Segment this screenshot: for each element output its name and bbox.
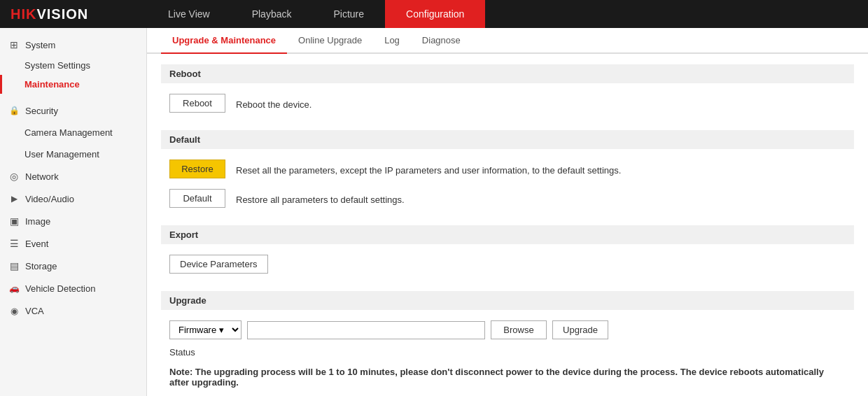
security-icon	[8, 105, 20, 116]
nav-playback[interactable]: Playback	[231, 0, 313, 28]
sidebar-item-vca[interactable]: VCA	[0, 299, 146, 322]
restore-body: Restore Reset all the parameters, except…	[161, 156, 854, 185]
vca-icon	[8, 305, 20, 316]
default-section: Default Restore Reset all the parameters…	[161, 130, 854, 215]
network-icon	[8, 171, 20, 182]
sidebar-item-event[interactable]: Event	[0, 232, 146, 255]
restore-description: Reset all the parameters, except the IP …	[236, 160, 621, 178]
reboot-description: Reboot the device.	[236, 94, 312, 112]
sidebar-user-mgmt-label: User Management	[24, 149, 99, 160]
image-icon	[8, 215, 20, 227]
sidebar-item-security[interactable]: Security	[0, 99, 146, 122]
tab-log[interactable]: Log	[373, 28, 411, 54]
export-body: Device Parameters	[161, 251, 854, 281]
sidebar-item-maintenance[interactable]: Maintenance	[0, 75, 146, 94]
reboot-body: Reboot Reboot the device.	[161, 90, 854, 120]
sidebar-network-label: Network	[25, 171, 59, 182]
sidebar-item-system-settings[interactable]: System Settings	[0, 56, 146, 75]
event-icon	[8, 238, 20, 249]
default-description: Restore all parameters to default settin…	[236, 189, 405, 207]
nav-configuration[interactable]: Configuration	[385, 0, 485, 28]
default-button[interactable]: Default	[169, 189, 225, 208]
storage-icon	[8, 260, 20, 271]
sidebar-security-label: Security	[25, 106, 58, 116]
browse-button[interactable]: Browse	[491, 320, 547, 339]
tab-online-upgrade[interactable]: Online Upgrade	[287, 28, 373, 54]
nav-live-view[interactable]: Live View	[147, 0, 231, 28]
vehicle-icon	[8, 283, 20, 294]
sidebar-section-system: System System Settings Maintenance	[0, 28, 146, 99]
status-row: Status	[161, 345, 854, 361]
sidebar: System System Settings Maintenance Secur…	[0, 28, 147, 396]
sidebar-item-image[interactable]: Image	[0, 210, 146, 232]
reboot-header: Reboot	[161, 64, 854, 83]
firmware-select[interactable]: Firmware ▾	[169, 320, 241, 339]
logo-hik: HIK	[10, 6, 36, 22]
sidebar-event-label: Event	[25, 239, 48, 249]
sidebar-vehicle-label: Vehicle Detection	[25, 283, 95, 294]
video-icon	[8, 193, 20, 204]
sidebar-vca-label: VCA	[25, 306, 44, 316]
device-parameters-button[interactable]: Device Parameters	[169, 255, 268, 274]
sidebar-item-video-audio[interactable]: Video/Audio	[0, 188, 146, 210]
sidebar-item-vehicle-detection[interactable]: Vehicle Detection	[0, 277, 146, 299]
content-area: Reboot Reboot Reboot the device. Default…	[147, 54, 868, 396]
tab-diagnose[interactable]: Diagnose	[411, 28, 472, 54]
upgrade-section: Upgrade Firmware ▾ Browse Upgrade Status…	[161, 291, 854, 393]
upgrade-button[interactable]: Upgrade	[552, 320, 608, 339]
upgrade-header: Upgrade	[161, 291, 854, 310]
upgrade-row: Firmware ▾ Browse Upgrade	[161, 317, 854, 345]
note-row: Note: The upgrading process will be 1 to…	[161, 361, 854, 393]
export-header: Export	[161, 225, 854, 244]
sidebar-storage-label: Storage	[25, 261, 57, 271]
nav-items: Live View Playback Picture Configuration	[147, 0, 485, 28]
sidebar-video-label: Video/Audio	[25, 194, 74, 204]
system-icon	[8, 39, 20, 50]
upgrade-note: Note: The upgrading process will be 1 to…	[169, 367, 824, 388]
main-content: Upgrade & Maintenance Online Upgrade Log…	[147, 28, 868, 396]
sidebar-camera-mgmt-label: Camera Management	[24, 127, 113, 138]
status-label: Status	[169, 347, 195, 358]
sidebar-item-camera-management[interactable]: Camera Management	[0, 122, 146, 143]
logo-text: HIKVISION	[10, 6, 88, 22]
reboot-button[interactable]: Reboot	[169, 94, 225, 113]
tabs-bar: Upgrade & Maintenance Online Upgrade Log…	[147, 28, 868, 54]
file-input-display	[247, 321, 485, 339]
export-section: Export Device Parameters	[161, 225, 854, 281]
sidebar-system-label: System	[25, 40, 55, 50]
reboot-section: Reboot Reboot Reboot the device.	[161, 64, 854, 120]
nav-picture[interactable]: Picture	[312, 0, 385, 28]
logo-vision: VISION	[36, 6, 88, 22]
tab-upgrade-maintenance[interactable]: Upgrade & Maintenance	[161, 28, 287, 54]
sidebar-item-network[interactable]: Network	[0, 165, 146, 188]
main-layout: System System Settings Maintenance Secur…	[0, 28, 868, 396]
sidebar-item-system[interactable]: System	[0, 34, 146, 56]
sidebar-image-label: Image	[25, 216, 50, 227]
default-header: Default	[161, 130, 854, 149]
sidebar-item-user-management[interactable]: User Management	[0, 143, 146, 165]
top-navigation: HIKVISION Live View Playback Picture Con…	[0, 0, 868, 28]
sidebar-item-storage[interactable]: Storage	[0, 255, 146, 277]
default-body: Default Restore all parameters to defaul…	[161, 185, 854, 215]
logo: HIKVISION	[0, 6, 147, 22]
restore-button[interactable]: Restore	[169, 160, 225, 178]
